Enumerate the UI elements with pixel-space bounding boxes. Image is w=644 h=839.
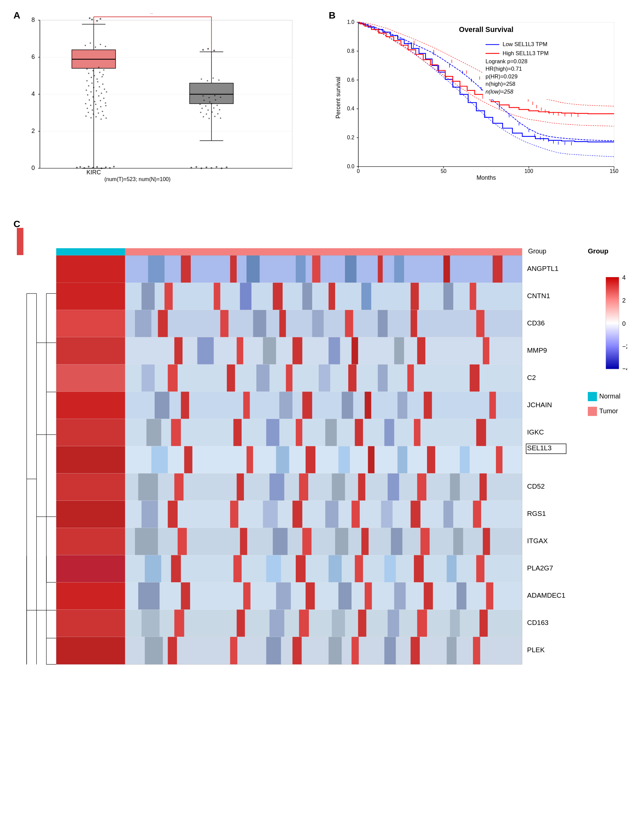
- svg-rect-325: [171, 419, 181, 446]
- svg-point-56: [106, 91, 107, 92]
- svg-point-42: [97, 78, 98, 80]
- svg-rect-401: [56, 582, 125, 609]
- svg-point-53: [90, 91, 92, 92]
- svg-rect-372: [325, 501, 338, 528]
- svg-point-79: [90, 117, 92, 118]
- svg-rect-291: [292, 337, 302, 365]
- svg-point-124: [214, 116, 216, 117]
- svg-rect-424: [332, 609, 345, 637]
- svg-text:IGKC: IGKC: [527, 428, 544, 436]
- svg-rect-357: [138, 474, 158, 501]
- svg-rect-371: [263, 501, 278, 528]
- svg-text:Low SEL1L3 TPM: Low SEL1L3 TPM: [503, 41, 547, 48]
- svg-point-84: [79, 166, 81, 168]
- svg-rect-259: [296, 255, 306, 283]
- svg-rect-286: [378, 310, 388, 337]
- svg-rect-360: [388, 474, 399, 501]
- svg-rect-287: [56, 337, 125, 365]
- svg-text:Months: Months: [476, 174, 496, 181]
- svg-rect-290: [237, 337, 243, 365]
- svg-rect-293: [417, 337, 425, 365]
- svg-text:n(high)=258: n(high)=258: [486, 81, 516, 87]
- svg-point-63: [100, 100, 101, 101]
- svg-point-102: [219, 79, 220, 81]
- svg-point-37: [88, 73, 89, 74]
- svg-rect-251: [181, 255, 191, 283]
- svg-point-48: [88, 85, 89, 87]
- svg-point-135: [213, 50, 215, 51]
- svg-rect-253: [312, 255, 320, 283]
- svg-rect-97: [190, 83, 233, 104]
- svg-text:HR(high)=0.71: HR(high)=0.71: [486, 66, 522, 72]
- svg-rect-379: [302, 528, 311, 555]
- svg-point-116: [213, 107, 215, 109]
- svg-point-114: [202, 108, 203, 109]
- svg-point-100: [207, 80, 208, 81]
- svg-rect-434: [473, 637, 480, 664]
- svg-point-67: [95, 104, 97, 105]
- svg-point-32: [105, 46, 106, 47]
- svg-rect-433: [411, 637, 420, 664]
- svg-rect-406: [365, 582, 372, 609]
- svg-rect-390: [171, 555, 181, 582]
- svg-rect-321: [342, 392, 353, 419]
- svg-point-85: [84, 167, 85, 169]
- svg-rect-335: [56, 446, 125, 474]
- svg-text:p(HR)=0.029: p(HR)=0.029: [486, 73, 518, 80]
- svg-rect-395: [476, 555, 484, 582]
- svg-rect-356: [480, 474, 486, 501]
- svg-rect-431: [292, 637, 301, 664]
- svg-rect-323: [56, 419, 125, 446]
- svg-point-72: [97, 109, 98, 110]
- svg-point-40: [103, 74, 104, 76]
- svg-rect-272: [302, 283, 312, 310]
- svg-rect-396: [145, 555, 161, 582]
- svg-point-83: [76, 167, 78, 169]
- svg-rect-277: [158, 310, 168, 337]
- svg-text:JCHAIN: JCHAIN: [527, 401, 552, 408]
- main-container: A 0 2 4 6 8: [0, 0, 644, 700]
- svg-rect-270: [142, 283, 155, 310]
- svg-point-59: [98, 95, 100, 97]
- svg-text:2: 2: [622, 297, 626, 304]
- svg-rect-355: [417, 474, 426, 501]
- svg-rect-261: [394, 255, 404, 283]
- svg-rect-364: [168, 501, 177, 528]
- svg-rect-347: [398, 446, 407, 474]
- svg-point-57: [87, 94, 89, 95]
- svg-rect-285: [312, 310, 324, 337]
- svg-rect-302: [227, 365, 235, 392]
- svg-rect-271: [240, 283, 251, 310]
- svg-rect-297: [329, 337, 340, 365]
- svg-rect-265: [214, 283, 220, 310]
- svg-rect-274: [444, 283, 453, 310]
- svg-point-50: [99, 86, 100, 87]
- svg-point-125: [220, 117, 222, 119]
- svg-point-61: [89, 99, 90, 100]
- svg-rect-306: [470, 365, 480, 392]
- svg-point-81: [100, 118, 102, 120]
- svg-text:Logrank p=0.028: Logrank p=0.028: [486, 58, 527, 65]
- svg-rect-427: [56, 637, 125, 664]
- svg-point-34: [92, 70, 94, 71]
- svg-rect-283: [135, 310, 151, 337]
- svg-text:C2: C2: [527, 373, 536, 381]
- svg-rect-361: [450, 474, 460, 501]
- svg-point-66: [90, 105, 92, 106]
- svg-rect-353: [299, 474, 308, 501]
- svg-point-43: [102, 76, 103, 77]
- svg-text:PLEK: PLEK: [527, 646, 545, 653]
- svg-rect-407: [424, 582, 433, 609]
- panel-b: B Overall Survival Percent survival Mont…: [322, 7, 637, 202]
- svg-rect-268: [411, 283, 419, 310]
- svg-point-24: [91, 19, 93, 21]
- svg-point-129: [205, 166, 207, 168]
- svg-rect-346: [338, 446, 350, 474]
- svg-point-28: [85, 45, 86, 46]
- svg-rect-294: [483, 337, 490, 365]
- svg-rect-288: [125, 337, 522, 365]
- svg-rect-423: [269, 609, 284, 637]
- svg-text:MMP9: MMP9: [527, 346, 547, 354]
- svg-rect-358: [269, 474, 284, 501]
- svg-text:0.8: 0.8: [347, 48, 355, 54]
